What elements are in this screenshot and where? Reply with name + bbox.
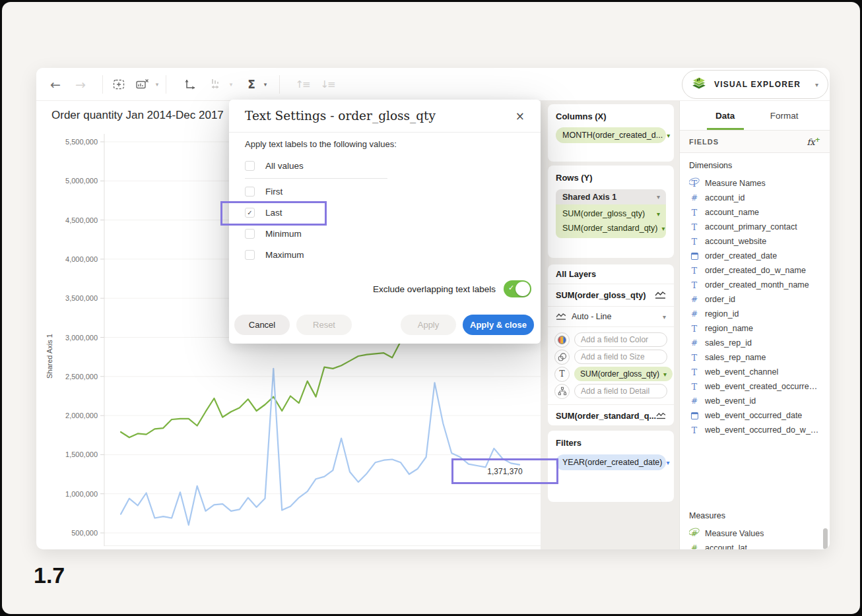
modal-title: Text Settings - order_gloss_qty [245,109,515,123]
text-icon: T [689,237,700,247]
field-row[interactable]: #sales_rep_id [689,336,820,350]
resize-marks-menu[interactable]: ▾ [226,68,236,101]
field-row[interactable]: Taccount_website [689,234,820,249]
clear-visualization-button[interactable] [133,68,152,101]
checkbox-unchecked[interactable] [245,161,255,171]
layer-title: SUM(order_standard_q... [556,411,656,421]
clear-visualization-icon [135,78,150,91]
field-row[interactable]: Torder_created_month_name [689,278,820,292]
checkbox-row-all-values: All values [245,155,387,176]
lasso-text-icon: T [689,179,700,189]
field-row[interactable]: web_event_occurred_date [689,408,820,423]
size-placeholder: Add a field to Size [581,352,645,361]
field-label: account_lat [705,543,747,549]
filter-pill[interactable]: YEAR(order_created_date) ▾ [556,454,666,470]
sort-ascending-button[interactable]: ↑≡ [292,68,312,101]
svg-text:4,500,000: 4,500,000 [65,216,98,224]
resize-marks-icon [210,78,223,91]
swap-axes-button[interactable] [179,68,201,101]
swap-axes-icon [183,78,197,91]
detail-icon[interactable] [554,384,570,399]
text-icon: T [689,367,700,377]
chevron-down-icon: ▾ [666,459,669,466]
check-icon: ✓ [508,284,514,292]
field-row[interactable]: #region_id [689,307,820,321]
data-label-highlight-box: 1,371,370 [451,458,558,484]
columns-pill[interactable]: MONTH(order_created_d... ▾ [556,127,666,143]
text-icon: T [689,222,700,232]
rows-pill-gloss[interactable]: SUM(order_gloss_qty) ▾ [556,206,666,221]
chevron-down-icon: ▾ [264,81,267,88]
size-field-dropzone[interactable]: Add a field to Size [574,350,667,364]
close-icon[interactable]: × [515,109,525,123]
clear-visualization-menu[interactable]: ▾ [152,68,162,101]
color-icon[interactable] [554,332,570,348]
field-row[interactable]: Taccount_primary_contact [689,220,820,234]
filters-card: Filters YEAR(order_created_date) ▾ [548,431,674,502]
field-row[interactable]: Taccount_name [689,205,820,220]
text-pill-label: SUM(order_gloss_qty) [580,369,659,379]
color-field-dropzone[interactable]: Add a field to Color [574,332,667,347]
reset-button[interactable]: Reset [296,315,352,335]
checkbox-label: First [265,187,282,197]
detail-field-dropzone[interactable]: Add a field to Detail [574,384,667,398]
field-row[interactable]: Tweb_event_channel [689,365,820,379]
scrollbar-thumb[interactable] [823,528,828,549]
series-line-SUMorder_standard_qty[interactable] [121,369,519,525]
field-row[interactable]: #Measure Values [689,526,820,541]
color-encoding-row: Add a field to Color [554,331,667,348]
field-row[interactable]: Torder_created_do_w_name [689,263,820,278]
resize-marks-button[interactable] [207,68,226,101]
measures-label: Measures [689,511,820,520]
panel-tabs: Data Format [680,101,830,131]
field-row[interactable]: Tweb_event_occurred_do_w_name [689,423,820,437]
size-icon[interactable] [554,350,570,365]
checkbox-unchecked[interactable] [245,229,255,239]
rows-shelf-label: Rows (Y) [556,173,666,183]
field-row[interactable]: #account_id [689,191,820,205]
aggregate-button[interactable]: Σ [242,68,261,101]
back-button[interactable]: ← [46,68,65,101]
cancel-button[interactable]: Cancel [234,315,290,335]
tab-format[interactable]: Format [755,101,814,130]
field-row[interactable]: Tweb_event_created_occurred_na... [689,379,820,394]
field-row[interactable]: Tregion_name [689,321,820,336]
new-visualization-button[interactable] [109,68,131,101]
exclude-overlap-toggle[interactable]: ✓ [504,280,531,297]
number-icon: # [689,295,700,304]
svg-text:1,500,000: 1,500,000 [65,450,98,458]
lasso-number-icon: # [689,529,700,538]
field-row[interactable]: #order_id [689,292,820,307]
toggle-label: Exclude overlapping text labels [373,284,496,294]
field-label: Measure Names [705,179,766,188]
layer-gloss-header[interactable]: SUM(order_gloss_qty) [548,284,674,307]
field-row[interactable]: #account_lat [689,541,820,549]
field-row[interactable]: Tsales_rep_name [689,350,820,365]
checkbox-unchecked[interactable] [245,187,255,197]
apply-button[interactable]: Apply [401,315,456,335]
mark-type-dropdown[interactable]: Auto - Line ▾ [548,307,674,327]
checkbox-unchecked[interactable] [245,250,255,260]
apply-close-button[interactable]: Apply & close [463,315,534,335]
y-axis-title: Shared Axis 1 [46,313,53,399]
toggle-knob [515,282,530,296]
field-row[interactable]: #web_event_id [689,394,820,408]
checkbox-row-first: First [245,181,387,202]
aggregate-menu[interactable]: ▾ [261,68,270,101]
measures-list: #Measure Values#account_lat [689,526,820,549]
tab-data[interactable]: Data [696,101,755,130]
number-icon: # [689,338,700,348]
sort-descending-button[interactable]: ↓≡ [317,68,337,101]
layer-standard-header[interactable]: SUM(order_standard_q... [548,405,674,426]
sigma-icon: Σ [248,78,255,91]
field-row[interactable]: order_created_date [689,249,820,263]
visual-explorer-menu-button[interactable]: VISUAL EXPLORER ▾ [682,70,828,99]
field-row[interactable]: TMeasure Names [689,176,820,191]
text-icon: T [689,208,700,218]
text-icon[interactable]: T [554,367,570,382]
rows-pill-standard[interactable]: SUM(order_standard_qty) ▾ [556,221,666,235]
forward-button[interactable]: → [71,68,90,101]
add-calculated-field-icon[interactable]: fx+ [807,136,820,147]
shared-axis-pill[interactable]: Shared Axis 1 ▾ [556,189,666,204]
text-field-pill[interactable]: SUM(order_gloss_qty) ▾ [574,367,673,381]
